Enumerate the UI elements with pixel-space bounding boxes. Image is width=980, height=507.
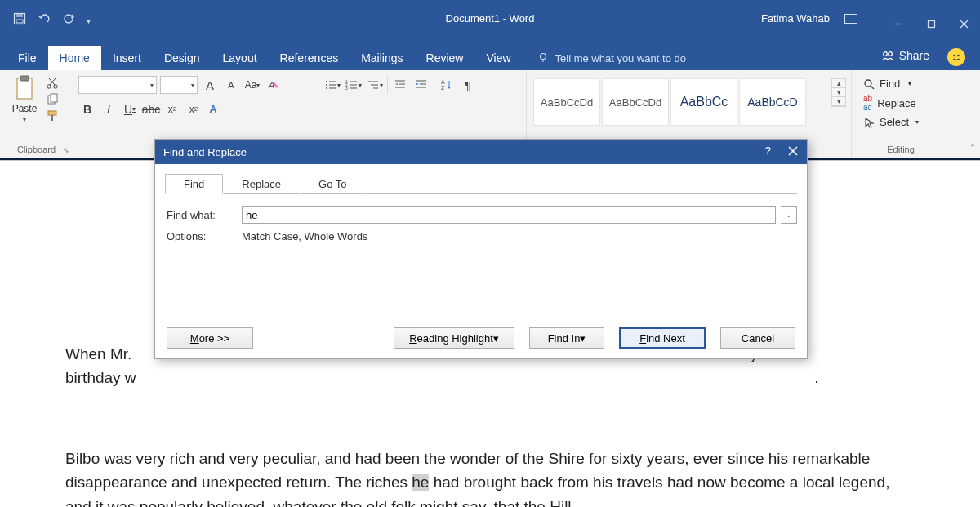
- find-what-history-dropdown[interactable]: ⌄: [781, 206, 797, 224]
- svg-rect-5: [928, 20, 934, 27]
- style-heading2[interactable]: AaBbCcD: [739, 78, 806, 126]
- svg-point-17: [47, 85, 51, 88]
- cut-icon[interactable]: [46, 77, 59, 90]
- dialog-tab-goto[interactable]: Go To: [300, 174, 365, 194]
- tell-me-box[interactable]: Tell me what you want to do: [537, 46, 686, 70]
- redo-icon[interactable]: [62, 12, 75, 29]
- clear-formatting-icon[interactable]: A: [265, 76, 283, 94]
- superscript-icon[interactable]: x2: [185, 100, 203, 118]
- svg-point-31: [326, 87, 327, 89]
- numbering-icon[interactable]: 123▾: [345, 76, 363, 94]
- clipboard-launcher-icon[interactable]: ⤡: [63, 146, 69, 154]
- tab-layout[interactable]: Layout: [212, 46, 269, 70]
- share-button[interactable]: Share: [881, 49, 929, 62]
- bullets-icon[interactable]: ▾: [323, 76, 341, 94]
- svg-line-19: [50, 78, 56, 85]
- select-button[interactable]: Select▾: [863, 116, 938, 128]
- svg-text:Z: Z: [441, 85, 445, 91]
- dialog-tab-find[interactable]: Find: [165, 174, 223, 194]
- svg-text:3: 3: [345, 86, 348, 91]
- increase-indent-icon[interactable]: [412, 76, 430, 94]
- paste-icon[interactable]: [13, 75, 36, 101]
- window-title: Document1 - Word: [446, 12, 535, 24]
- lightbulb-icon: [537, 52, 549, 64]
- tab-review[interactable]: Review: [415, 46, 475, 70]
- titlebar: ▾ Document1 - Word Fatima Wahab: [0, 0, 980, 46]
- paste-button[interactable]: Paste: [12, 103, 38, 114]
- tab-mailings[interactable]: Mailings: [350, 46, 414, 70]
- search-icon: [863, 78, 875, 90]
- svg-point-8: [540, 54, 546, 60]
- dialog-title: Find and Replace: [163, 146, 247, 158]
- cursor-icon: [863, 117, 875, 128]
- reading-highlight-button[interactable]: Reading Highlight ▾: [394, 327, 514, 349]
- dialog-close-icon[interactable]: [787, 145, 799, 159]
- styles-scroll[interactable]: ▴▾▾: [831, 78, 846, 107]
- text-effects-icon[interactable]: A: [206, 100, 224, 118]
- svg-point-51: [865, 80, 871, 87]
- svg-point-18: [54, 85, 57, 88]
- feedback-smiley-icon[interactable]: [947, 48, 965, 66]
- dialog-help-icon[interactable]: ?: [765, 145, 771, 157]
- minimize-button[interactable]: [882, 12, 915, 35]
- find-button[interactable]: Find▾: [863, 78, 938, 90]
- tab-references[interactable]: References: [269, 46, 350, 70]
- svg-point-27: [326, 81, 327, 82]
- svg-rect-2: [16, 20, 23, 23]
- dialog-tab-replace[interactable]: Replace: [223, 174, 300, 194]
- share-icon: [881, 49, 894, 62]
- tab-home[interactable]: Home: [48, 46, 101, 70]
- more-button[interactable]: More >>: [167, 327, 253, 349]
- multilevel-icon[interactable]: ▾: [366, 76, 384, 94]
- styles-gallery[interactable]: AaBbCcDd AaBbCcDd AaBbCc AaBbCcD: [532, 73, 808, 131]
- replace-icon: abac: [863, 94, 872, 112]
- change-case-icon[interactable]: Aa ▾: [243, 76, 261, 94]
- qat-customize-icon[interactable]: ▾: [87, 16, 91, 25]
- save-icon[interactable]: [13, 12, 26, 29]
- tab-insert[interactable]: Insert: [101, 46, 153, 70]
- copy-icon[interactable]: [46, 93, 59, 106]
- undo-icon[interactable]: [38, 12, 51, 29]
- svg-point-29: [326, 84, 327, 86]
- decrease-font-icon[interactable]: A: [222, 76, 240, 94]
- close-button[interactable]: [947, 12, 980, 35]
- font-name-combo[interactable]: ▾: [78, 76, 157, 94]
- increase-font-icon[interactable]: A: [201, 76, 219, 94]
- svg-rect-16: [20, 76, 29, 81]
- format-painter-icon[interactable]: [46, 109, 59, 122]
- subscript-icon[interactable]: x2: [163, 100, 181, 118]
- italic-button[interactable]: I: [100, 100, 118, 118]
- tab-view[interactable]: View: [474, 46, 522, 70]
- strikethrough-icon[interactable]: abc: [142, 100, 160, 118]
- font-size-combo[interactable]: ▾: [160, 76, 198, 94]
- tab-design[interactable]: Design: [153, 46, 212, 70]
- tab-file[interactable]: File: [7, 46, 48, 70]
- svg-rect-15: [17, 78, 32, 99]
- dialog-titlebar[interactable]: Find and Replace ?: [155, 140, 807, 164]
- find-replace-dialog: Find and Replace ? Find Replace Go To Fi…: [154, 139, 808, 359]
- replace-button[interactable]: abac Replace: [863, 94, 938, 112]
- svg-rect-1: [16, 14, 23, 17]
- bold-button[interactable]: B: [78, 100, 96, 118]
- find-next-button[interactable]: Find Next: [619, 327, 706, 349]
- style-normal[interactable]: AaBbCcDd: [533, 78, 600, 126]
- find-what-label: Find what:: [167, 209, 237, 221]
- collapse-ribbon-icon[interactable]: ˄: [970, 143, 975, 154]
- user-name[interactable]: Fatima Wahab: [761, 12, 830, 24]
- style-heading1[interactable]: AaBbCc: [670, 78, 737, 126]
- ribbon-tabs: File Home Insert Design Layout Reference…: [0, 46, 980, 70]
- svg-point-13: [953, 55, 955, 56]
- sort-icon[interactable]: AZ: [438, 76, 456, 94]
- underline-button[interactable]: U ▾: [121, 100, 139, 118]
- style-nospacing[interactable]: AaBbCcDd: [602, 78, 669, 126]
- decrease-indent-icon[interactable]: [391, 76, 409, 94]
- options-value: Match Case, Whole Words: [242, 230, 797, 242]
- ribbon-display-icon[interactable]: [844, 14, 858, 24]
- find-in-button[interactable]: Find In ▾: [529, 327, 604, 349]
- svg-text:A: A: [441, 79, 445, 85]
- maximize-button[interactable]: [915, 12, 947, 35]
- find-what-input[interactable]: [242, 206, 776, 224]
- show-marks-icon[interactable]: ¶: [459, 76, 477, 94]
- cancel-button[interactable]: Cancel: [720, 327, 795, 349]
- search-highlight: he: [412, 474, 429, 491]
